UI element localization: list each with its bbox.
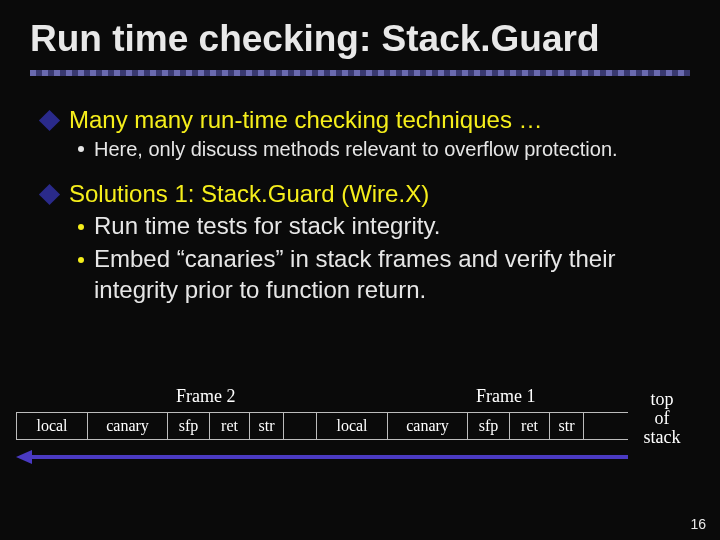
- diamond-bullet-icon: [39, 184, 60, 205]
- stack-cells: local canary sfp ret str local canary sf…: [16, 412, 628, 440]
- diamond-bullet-icon: [39, 110, 60, 131]
- dot-bullet-icon: [78, 224, 84, 230]
- bullet-text: Solutions 1: Stack.Guard (Wire.X): [69, 180, 429, 208]
- bullet-block: Solutions 1: Stack.Guard (Wire.X) Run ti…: [40, 180, 680, 306]
- cell-canary: canary: [388, 413, 468, 439]
- bullet-level2: Run time tests for stack integrity.: [78, 210, 680, 241]
- cell-ret: ret: [510, 413, 550, 439]
- cell-local: local: [316, 413, 388, 439]
- bullet-level2: Embed “canaries” in stack frames and ver…: [78, 243, 680, 305]
- slide-body: Many many run-time checking techniques ……: [0, 76, 720, 306]
- frame-label-2: Frame 2: [176, 386, 235, 407]
- arrow-line-icon: [26, 455, 628, 459]
- cell-sfp: sfp: [168, 413, 210, 439]
- slide: Run time checking: Stack.Guard Many many…: [0, 0, 720, 540]
- slide-title: Run time checking: Stack.Guard: [0, 0, 720, 70]
- arrow-head-icon: [16, 450, 32, 464]
- cell-canary: canary: [88, 413, 168, 439]
- cell-sfp: sfp: [468, 413, 510, 439]
- bullet-text: Embed “canaries” in stack frames and ver…: [94, 243, 680, 305]
- bullet-text: Here, only discuss methods relevant to o…: [94, 136, 618, 162]
- stack-arrow: [16, 450, 628, 464]
- cell-local: local: [16, 413, 88, 439]
- page-number: 16: [690, 516, 706, 532]
- bullet-level1: Solutions 1: Stack.Guard (Wire.X): [40, 180, 680, 208]
- dot-bullet-icon: [78, 146, 84, 152]
- frame-label-1: Frame 1: [476, 386, 535, 407]
- cell-str: str: [550, 413, 584, 439]
- top-of-stack-label: topofstack: [632, 390, 692, 447]
- cell-ret: ret: [210, 413, 250, 439]
- cell-str: str: [250, 413, 284, 439]
- bullet-text: Run time tests for stack integrity.: [94, 210, 440, 241]
- cell-gap: [284, 413, 316, 439]
- bullet-level1: Many many run-time checking techniques …: [40, 106, 680, 134]
- dot-bullet-icon: [78, 257, 84, 263]
- stack-diagram: Frame 2 Frame 1 topofstack local canary …: [16, 386, 704, 486]
- bullet-text: Many many run-time checking techniques …: [69, 106, 543, 134]
- bullet-level2: Here, only discuss methods relevant to o…: [78, 136, 680, 162]
